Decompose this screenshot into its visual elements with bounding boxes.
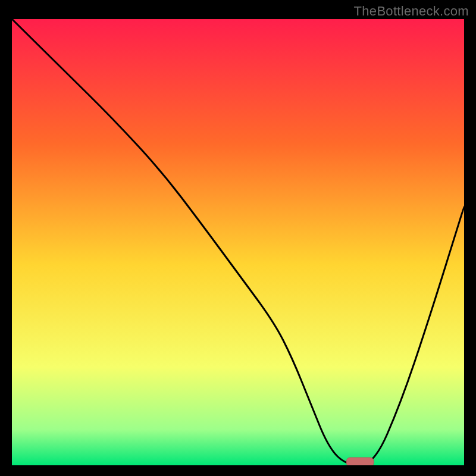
chart-frame: TheBottleneck.com <box>0 0 476 476</box>
watermark-text: TheBottleneck.com <box>354 4 469 19</box>
chart-svg <box>12 19 464 465</box>
optimal-marker <box>346 458 374 465</box>
plot-area <box>12 19 464 465</box>
